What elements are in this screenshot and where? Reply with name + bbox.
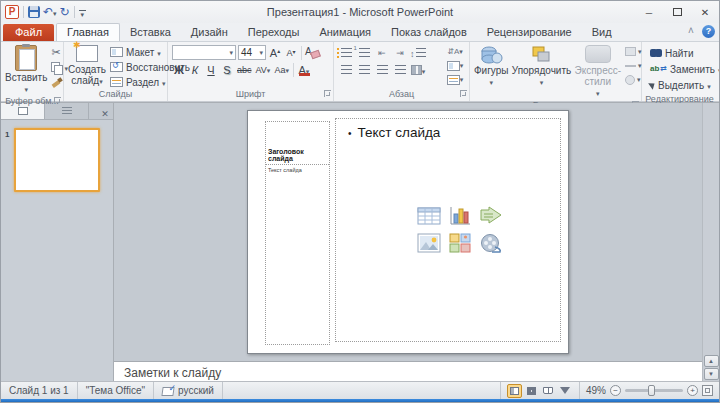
strikethrough-button[interactable]: abc: [236, 62, 253, 77]
numbering-button[interactable]: [356, 45, 372, 60]
shape-outline-button[interactable]: [625, 59, 642, 72]
justify-button[interactable]: [392, 62, 408, 77]
dialog-launcher-icon[interactable]: [460, 90, 467, 97]
font-size-combo[interactable]: 44: [238, 45, 266, 60]
numbering-icon: [359, 48, 370, 58]
shape-effects-button[interactable]: [625, 73, 642, 86]
font-name-combo[interactable]: [172, 45, 236, 60]
align-text-button[interactable]: [445, 59, 465, 72]
insert-clipart-icon[interactable]: [447, 232, 473, 254]
content-bullet-text[interactable]: Текст слайда: [358, 125, 441, 140]
new-slide-button[interactable]: Создать слайд: [66, 44, 108, 89]
shape-fill-button[interactable]: [625, 45, 642, 58]
increase-indent-button[interactable]: [392, 45, 408, 60]
clear-formatting-icon[interactable]: [305, 46, 320, 59]
change-case-button[interactable]: Aa: [273, 62, 290, 77]
fit-slide-to-window-icon[interactable]: [702, 385, 713, 396]
align-center-button[interactable]: [356, 62, 372, 77]
italic-button[interactable]: К: [188, 62, 202, 77]
zoom-level[interactable]: 49%: [586, 385, 606, 396]
underline-button[interactable]: Ч: [204, 62, 218, 77]
slide-sorter-view-button[interactable]: [524, 384, 539, 398]
status-bar: Слайд 1 из 1 "Тема Office" русский 49% −…: [1, 381, 719, 399]
minimize-button[interactable]: [635, 2, 663, 22]
zoom-out-button[interactable]: −: [610, 385, 621, 396]
font-color-button[interactable]: A: [297, 62, 311, 77]
dialog-launcher-icon[interactable]: [324, 90, 331, 97]
close-panel-icon[interactable]: ✕: [97, 109, 113, 119]
chevron-down-icon: [460, 75, 464, 84]
zoom-in-button[interactable]: +: [687, 385, 698, 396]
insert-media-icon[interactable]: [478, 232, 504, 254]
insert-chart-icon[interactable]: [447, 205, 473, 227]
language-segment[interactable]: русский: [154, 382, 223, 399]
convert-to-smartart-button[interactable]: [445, 73, 465, 86]
slideshow-view-button[interactable]: [558, 384, 573, 398]
group-font: 44 A A Ж К Ч S abc AV Aa: [168, 42, 334, 101]
select-button[interactable]: Выделить: [648, 78, 720, 92]
powerpoint-logo-icon[interactable]: P: [5, 5, 19, 19]
previous-slide-button[interactable]: ▲: [704, 355, 719, 367]
help-icon[interactable]: ?: [702, 25, 715, 38]
content-placeholder[interactable]: • Текст слайда: [335, 118, 561, 342]
zoom-slider[interactable]: [625, 389, 683, 392]
left-placeholder[interactable]: Заголовок слайда Текст слайда: [265, 121, 330, 345]
arrange-button[interactable]: Упорядочить: [510, 44, 572, 100]
tab-transitions[interactable]: Переходы: [238, 24, 310, 41]
tab-design[interactable]: Дизайн: [181, 24, 238, 41]
normal-view-button[interactable]: [507, 384, 522, 398]
quick-styles-button[interactable]: Экспресс-стили: [572, 44, 623, 100]
customize-quick-access-icon[interactable]: ▾: [79, 8, 86, 17]
columns-icon: [411, 65, 422, 75]
paste-button[interactable]: Вставить: [3, 44, 49, 96]
chevron-down-icon: [489, 76, 493, 88]
grow-font-button[interactable]: A: [268, 45, 282, 60]
slide-canvas[interactable]: Заголовок слайда Текст слайда • Текст сл…: [247, 110, 569, 354]
columns-button[interactable]: [410, 62, 426, 77]
title-placeholder[interactable]: Заголовок слайда: [266, 122, 329, 165]
align-right-button[interactable]: [374, 62, 390, 77]
tab-view[interactable]: Вид: [582, 24, 622, 41]
bold-button[interactable]: Ж: [172, 62, 186, 77]
chevron-down-icon[interactable]: [24, 83, 28, 95]
chevron-down-icon[interactable]: ▾: [53, 10, 57, 17]
tab-insert[interactable]: Вставка: [120, 24, 181, 41]
text-shadow-button[interactable]: S: [220, 62, 234, 77]
shapes-button[interactable]: Фигуры: [472, 44, 510, 100]
maximize-button[interactable]: [663, 2, 691, 22]
align-left-button[interactable]: [338, 62, 354, 77]
theme-name[interactable]: "Тема Office": [78, 382, 154, 399]
replace-button[interactable]: abЗаменить: [648, 62, 720, 76]
zoom-slider-thumb[interactable]: [648, 385, 655, 396]
redo-icon[interactable]: ↻: [60, 6, 70, 18]
undo-button[interactable]: ↶▾: [43, 6, 57, 18]
minimize-ribbon-icon[interactable]: [688, 29, 697, 35]
reading-view-button[interactable]: [541, 384, 556, 398]
shrink-font-button[interactable]: A: [284, 45, 298, 60]
vertical-scrollbar[interactable]: ▲ ▼: [702, 103, 719, 381]
tab-review[interactable]: Рецензирование: [477, 24, 582, 41]
next-slide-button[interactable]: ▼: [704, 368, 719, 380]
tab-file[interactable]: Файл: [3, 24, 54, 41]
tab-home[interactable]: Главная: [56, 23, 120, 41]
text-placeholder[interactable]: Текст слайда: [266, 165, 329, 175]
bullets-button[interactable]: [338, 45, 354, 60]
dialog-launcher-icon[interactable]: [54, 97, 61, 104]
text-direction-button[interactable]: ⇵А: [445, 45, 465, 58]
tab-slideshow[interactable]: Показ слайдов: [381, 24, 477, 41]
insert-table-icon[interactable]: [416, 205, 442, 227]
close-button[interactable]: [691, 2, 719, 22]
tab-animations[interactable]: Анимация: [309, 24, 381, 41]
notes-pane[interactable]: Заметки к слайду: [114, 361, 702, 381]
decrease-indent-button[interactable]: [374, 45, 390, 60]
select-icon: [648, 80, 657, 89]
spellcheck-icon[interactable]: [162, 386, 174, 395]
view-buttons: [500, 382, 579, 399]
slide-thumbnail[interactable]: [14, 128, 100, 192]
save-icon[interactable]: [28, 6, 40, 18]
insert-picture-icon[interactable]: [416, 232, 442, 254]
find-button[interactable]: Найти: [648, 46, 720, 60]
line-spacing-button[interactable]: [410, 45, 426, 60]
character-spacing-button[interactable]: AV: [255, 62, 272, 77]
insert-smartart-icon[interactable]: [478, 205, 504, 227]
